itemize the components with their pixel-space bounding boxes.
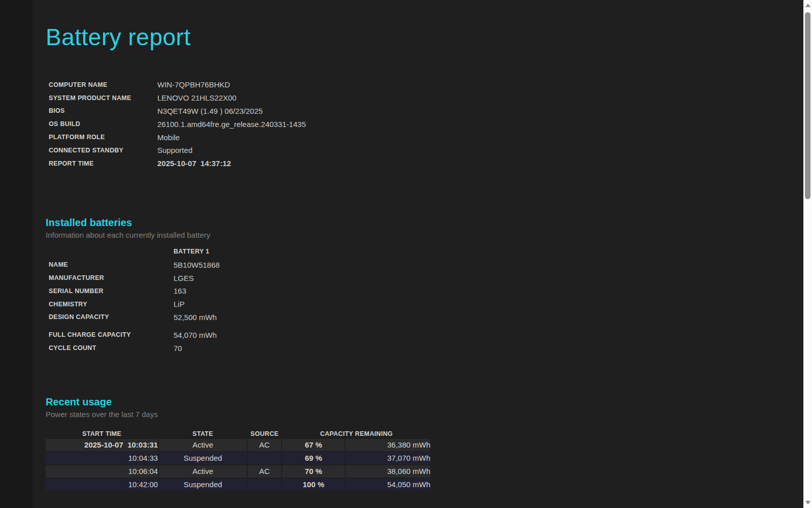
usage-cell-mwh: 54,050 mWh: [346, 479, 430, 491]
battery-info-row-label: NAME: [49, 258, 174, 271]
system-info-row-value: LENOVO 21HLS22X00: [157, 91, 306, 105]
usage-cell-source: [248, 452, 281, 464]
battery-header-spacer: [49, 245, 174, 259]
usage-row: 10:04:33Suspended69 %37,070 mWh: [46, 452, 430, 464]
page-title: Battery report: [46, 23, 803, 51]
scrollbar-down-icon[interactable]: [805, 501, 810, 504]
system-info-row: REPORT TIME2025-10-07 14:37:12: [49, 157, 306, 170]
system-info-row-label: COMPUTER NAME: [49, 78, 157, 91]
scrollbar-thumb[interactable]: [805, 12, 810, 199]
recent-usage-heading: Recent usage: [46, 396, 803, 408]
usage-cell-mwh: 38,060 mWh: [346, 465, 430, 478]
usage-column-header-state: STATE: [159, 430, 247, 438]
battery-info-row-value: 52,500 mWh: [174, 311, 220, 324]
battery-info-row: FULL CHARGE CAPACITY54,070 mWh: [49, 324, 220, 341]
battery-info-row-label: FULL CHARGE CAPACITY: [49, 324, 174, 341]
system-info-row-value: Mobile: [157, 131, 306, 144]
usage-cell-mwh: 36,380 mWh: [346, 439, 430, 451]
battery-info-row-label: CYCLE COUNT: [49, 341, 174, 355]
system-info-row: SYSTEM PRODUCT NAMELENOVO 21HLS22X00: [49, 91, 306, 105]
system-info-row-value: 2025-10-07 14:37:12: [157, 157, 306, 170]
battery-info-row: CHEMISTRYLiP: [49, 298, 220, 311]
usage-cell-start-time: 2025-10-07 10:03:31: [46, 439, 158, 451]
battery-info-row: MANUFACTURERLGES: [49, 271, 220, 284]
battery-info-row-value: 5B10W51868: [174, 258, 220, 271]
battery-column-header: BATTERY 1: [174, 245, 220, 259]
system-info-row: COMPUTER NAMEWIN-7QPBH76BHKD: [49, 78, 306, 91]
usage-cell-source: AC: [248, 465, 281, 478]
scrollbar-up-icon[interactable]: [805, 4, 810, 7]
battery-info-row-value: LGES: [174, 271, 220, 284]
battery-header-row: BATTERY 1: [49, 245, 220, 259]
battery-info-row: NAME5B10W51868: [49, 258, 220, 271]
system-info-row-value: WIN-7QPBH76BHKD: [157, 78, 306, 91]
system-info-row-value: 26100.1.amd64fre.ge_release.240331-1435: [157, 117, 306, 131]
battery-info-row-label: MANUFACTURER: [49, 271, 174, 284]
recent-usage-subtitle: Power states over the last 7 days: [46, 410, 803, 419]
usage-column-header-capacity-remaining: CAPACITY REMAINING: [282, 430, 430, 438]
system-info-row: PLATFORM ROLEMobile: [49, 131, 306, 144]
usage-cell-state: Suspended: [159, 452, 247, 464]
system-info-table: COMPUTER NAMEWIN-7QPBH76BHKDSYSTEM PRODU…: [49, 78, 306, 170]
battery-info-row-value: LiP: [174, 298, 220, 311]
usage-column-header-source: SOURCE: [248, 430, 281, 438]
usage-cell-start-time: 10:42:00: [46, 479, 158, 491]
system-info-row: OS BUILD26100.1.amd64fre.ge_release.2403…: [49, 117, 306, 131]
battery-report-page: Battery report COMPUTER NAMEWIN-7QPBH76B…: [32, 0, 803, 508]
battery-info-row-label: SERIAL NUMBER: [49, 284, 174, 298]
usage-cell-percent: 100 %: [282, 479, 345, 491]
installed-batteries-heading: Installed batteries: [46, 217, 803, 229]
system-info-row-label: CONNECTED STANDBY: [49, 144, 157, 157]
system-info-row-label: SYSTEM PRODUCT NAME: [49, 91, 157, 105]
usage-cell-percent: 69 %: [282, 452, 345, 464]
recent-usage-table: START TIMESTATESOURCECAPACITY REMAINING …: [45, 429, 431, 492]
battery-info-row: CYCLE COUNT70: [49, 341, 220, 355]
installed-batteries-section: Installed batteries Information about ea…: [32, 217, 803, 355]
usage-row: 10:06:04ActiveAC70 %38,060 mWh: [46, 465, 430, 478]
recent-usage-section: Recent usage Power states over the last …: [32, 396, 803, 492]
usage-row: 2025-10-07 10:03:31ActiveAC67 %36,380 mW…: [46, 439, 430, 451]
battery-info-row-label: DESIGN CAPACITY: [49, 311, 174, 324]
system-info-row: CONNECTED STANDBYSupported: [49, 144, 306, 157]
usage-cell-percent: 70 %: [282, 465, 345, 478]
usage-cell-source: AC: [248, 439, 281, 451]
battery-info-row: DESIGN CAPACITY52,500 mWh: [49, 311, 220, 324]
battery-info-row-value: 70: [174, 341, 220, 355]
usage-cell-start-time: 10:06:04: [46, 465, 158, 478]
battery-info-row-value: 163: [174, 284, 220, 298]
installed-batteries-table: BATTERY 1 NAME5B10W51868MANUFACTURERLGES…: [49, 245, 220, 355]
battery-info-row-label: CHEMISTRY: [49, 298, 174, 311]
usage-cell-state: Active: [159, 465, 247, 478]
scrollbar[interactable]: [803, 0, 812, 508]
usage-cell-start-time: 10:04:33: [46, 452, 158, 464]
system-info-row-value: N3QET49W (1.49 ) 06/23/2025: [157, 105, 306, 118]
usage-cell-state: Suspended: [159, 479, 247, 491]
battery-info-row-value: 54,070 mWh: [174, 324, 220, 341]
system-info-row-label: BIOS: [49, 105, 157, 118]
usage-row: 10:42:00Suspended100 %54,050 mWh: [46, 479, 430, 491]
usage-cell-source: [248, 479, 281, 491]
system-info-row-label: PLATFORM ROLE: [49, 131, 157, 144]
system-info-row-value: Supported: [157, 144, 306, 157]
usage-column-header-start-time: START TIME: [46, 430, 158, 438]
system-info-row: BIOSN3QET49W (1.49 ) 06/23/2025: [49, 105, 306, 118]
installed-batteries-subtitle: Information about each currently install…: [46, 231, 803, 239]
usage-cell-mwh: 37,070 mWh: [346, 452, 430, 464]
battery-info-row: SERIAL NUMBER163: [49, 284, 220, 298]
usage-header-row: START TIMESTATESOURCECAPACITY REMAINING: [46, 430, 430, 438]
system-info-row-label: OS BUILD: [49, 117, 157, 131]
usage-cell-state: Active: [159, 439, 247, 451]
system-info-row-label: REPORT TIME: [49, 157, 157, 170]
usage-cell-percent: 67 %: [282, 439, 345, 451]
